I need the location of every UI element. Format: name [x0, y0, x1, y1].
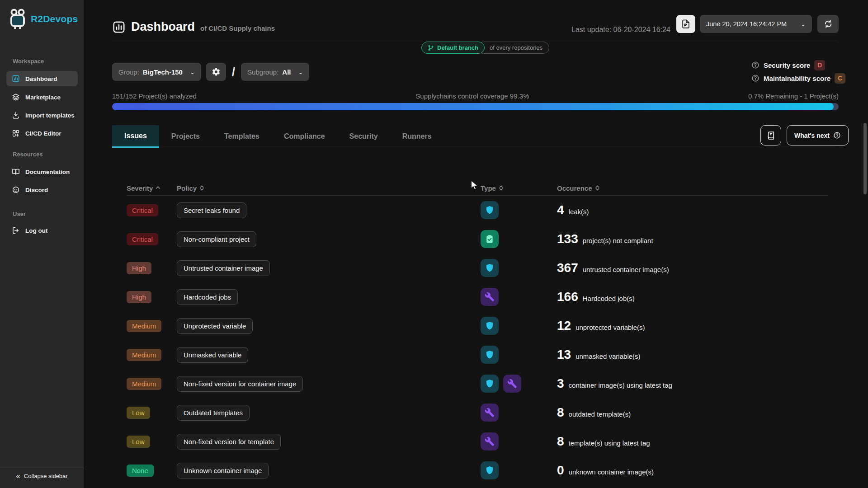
severity-badge: Low [127, 407, 150, 419]
sidebar-item-import-templates[interactable]: Import templates [6, 108, 78, 123]
sort-both-icon [595, 185, 600, 191]
issue-row[interactable]: High Hardcoded jobs 166 Hardcoded job(s) [127, 282, 828, 311]
severity-badge: Critical [127, 233, 158, 245]
whats-next-button[interactable]: What's next [787, 125, 849, 145]
shield-icon [481, 461, 499, 479]
policy-pill: Unknown container image [177, 463, 269, 479]
type-cell [481, 461, 557, 479]
question-circle-icon[interactable] [751, 61, 760, 69]
occurrence-cell: 13 unmasked variable(s) [557, 347, 828, 362]
policy-pill: Non-fixed version for template [177, 434, 281, 450]
last-update-text: Last update: 06-20-2024 16:24 [571, 26, 671, 34]
issue-row[interactable]: Low Outdated templates 8 outdated templa… [127, 398, 828, 427]
issue-row[interactable]: Critical Secret leaks found 4 leak(s) [127, 196, 828, 225]
occurrence-label: template(s) using latest tag [569, 439, 650, 447]
severity-badge: Low [127, 436, 150, 448]
sidebar-item-marketplace[interactable]: Marketplace [6, 89, 78, 105]
subgroup-select-label: Subgroup: [247, 68, 278, 76]
severity-badge: High [127, 291, 151, 303]
bar-chart-icon [112, 20, 126, 34]
projects-analyzed-label: 151/152 Project(s) analyzed [112, 92, 197, 100]
severity-badge: High [127, 262, 151, 274]
group-settings-button[interactable] [206, 63, 226, 81]
question-circle-icon[interactable] [751, 74, 760, 82]
type-cell [481, 346, 557, 364]
column-label: Type [481, 184, 496, 192]
shield-icon [481, 346, 499, 364]
sidebar-item-discord[interactable]: Discord [6, 182, 78, 197]
git-branch-icon [428, 45, 434, 51]
sidebar-item-logout[interactable]: Log out [6, 223, 78, 238]
sidebar-item-label: Log out [25, 227, 47, 234]
issue-row[interactable]: Critical Non-compliant project 133 proje… [127, 225, 828, 253]
occurrence-count: 0 [557, 463, 564, 478]
occurrence-cell: 0 unknown container image(s) [557, 463, 828, 478]
issue-row[interactable]: Medium Unprotected variable 12 unprotect… [127, 311, 828, 340]
policy-pill: Unprotected variable [177, 318, 253, 334]
subgroup-select[interactable]: Subgroup: All ⌄ [241, 63, 309, 81]
section-label-resources: Resources [13, 151, 42, 158]
security-score-label: Security score [764, 61, 810, 69]
sort-both-icon [199, 185, 204, 191]
tab-templates[interactable]: Templates [212, 125, 272, 148]
column-header-type[interactable]: Type [481, 184, 557, 192]
type-cell [481, 432, 557, 450]
coverage-label: Supplychains control coverage 99.3% [415, 92, 529, 100]
occurrence-label: container image(s) using latest tag [569, 381, 672, 389]
column-header-policy[interactable]: Policy [177, 184, 481, 192]
section-label-workspace: Workspace [13, 58, 44, 65]
occurrence-count: 367 [557, 261, 578, 275]
policy-pill: Unmasked variable [177, 347, 248, 363]
brand-name: R2Devops [31, 14, 78, 24]
group-select-value: BigTech-150 [143, 68, 183, 76]
tab-runners[interactable]: Runners [390, 125, 444, 148]
sidebar-item-cicd-editor[interactable]: CI/CD Editor [6, 126, 78, 141]
occurrence-cell: 8 outdated template(s) [557, 405, 828, 420]
issue-row[interactable]: None Unknown container image 0 unknown c… [127, 456, 828, 485]
occurrence-count: 12 [557, 319, 571, 333]
book-icon [12, 168, 20, 176]
docs-button[interactable] [760, 125, 781, 145]
issue-row[interactable]: Medium Unmasked variable 13 unmasked var… [127, 340, 828, 369]
report-document-icon [681, 19, 691, 29]
tab-actions: What's next [760, 125, 849, 145]
occurrence-label: outdated template(s) [569, 410, 631, 418]
issue-row[interactable]: Low Non-fixed version for template 8 tem… [127, 427, 828, 456]
vertical-scrollbar-thumb[interactable] [863, 123, 867, 194]
column-label: Severity [127, 184, 153, 192]
scores-panel: Security score D Maintainability score C [751, 60, 845, 84]
default-branch-label: Default branch [437, 44, 478, 51]
report-button[interactable] [676, 15, 695, 33]
tab-security[interactable]: Security [337, 125, 390, 148]
occurrence-label: Hardcoded job(s) [583, 295, 635, 302]
security-score-grade: D [814, 60, 825, 70]
datetime-selector[interactable]: June 20, 2024 16:24:42 PM ⌄ [700, 15, 812, 33]
refresh-button[interactable] [817, 15, 839, 33]
policy-pill: Outdated templates [177, 405, 250, 421]
type-cell [481, 375, 557, 393]
issue-row[interactable]: High Untrusted container image 367 untru… [127, 253, 828, 282]
clipboard-check-icon [481, 230, 499, 248]
subgroup-select-value: All [282, 68, 291, 76]
policy-pill: Non-compliant project [177, 231, 256, 247]
occurrence-label: unmasked variable(s) [576, 352, 640, 360]
gear-icon [212, 67, 221, 76]
column-header-severity[interactable]: Severity [127, 184, 177, 192]
sidebar-item-documentation[interactable]: Documentation [6, 164, 78, 179]
sidebar: R2Devops Workspace Dashboard Marketplace… [0, 0, 84, 488]
group-select[interactable]: Group: BigTech-150 ⌄ [112, 63, 201, 81]
severity-badge: Critical [127, 204, 158, 216]
column-header-occurence[interactable]: Occurence [557, 184, 828, 192]
collapse-sidebar-button[interactable]: « Collapse sidebar [0, 472, 84, 480]
logout-icon [12, 226, 20, 235]
issue-row[interactable]: Medium Non-fixed version for container i… [127, 369, 828, 398]
policy-pill: Secret leaks found [177, 202, 246, 218]
tab-compliance[interactable]: Compliance [272, 125, 337, 148]
wrench-icon [481, 288, 499, 306]
occurrence-cell: 166 Hardcoded job(s) [557, 290, 828, 304]
sidebar-item-dashboard[interactable]: Dashboard [6, 71, 78, 86]
page-title-text: Dashboard [131, 20, 195, 34]
tab-projects[interactable]: Projects [159, 125, 212, 148]
tab-issues[interactable]: Issues [112, 125, 159, 148]
refresh-icon [824, 19, 833, 28]
